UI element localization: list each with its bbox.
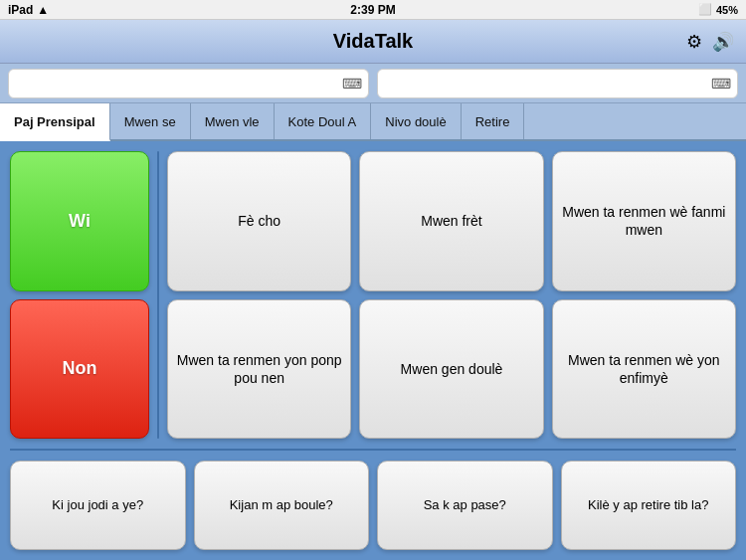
card-wi[interactable]: Wi	[10, 151, 149, 291]
app-title: VidaTalk	[333, 30, 413, 53]
tab-kote-doul-a[interactable]: Kote Doul A	[275, 103, 372, 139]
card-enfimye[interactable]: Mwen ta renmen wè yon enfimyè	[552, 299, 736, 440]
battery-icon: ⬜	[698, 3, 712, 16]
card-kile-tib[interactable]: Kilè y ap retire tib la?	[561, 461, 737, 550]
separator-col-1	[157, 151, 159, 439]
tab-mwen-se[interactable]: Mwen se	[110, 103, 191, 139]
speaker-icon[interactable]: 🔊	[712, 31, 734, 53]
top-section: Wi Non Fè cho Mwen ta renmen yon ponp po…	[10, 151, 736, 439]
card-sa-k-ap-pase[interactable]: Sa k ap pase?	[377, 461, 553, 550]
card-fe-cho[interactable]: Fè cho	[167, 151, 351, 291]
tab-retire[interactable]: Retire	[462, 103, 525, 139]
tab-paj-prensipal[interactable]: Paj Prensipal	[0, 103, 110, 141]
status-bar: iPad ▲ 2:39 PM ⬜ 45%	[0, 0, 746, 20]
card-mwen-ta-ponp[interactable]: Mwen ta renmen yon ponp pou nen	[167, 299, 351, 440]
card-non[interactable]: Non	[10, 299, 149, 440]
col-3: Mwen frèt Mwen gen doulè	[359, 151, 543, 439]
card-kijan-boule[interactable]: Kijan m ap boule?	[194, 461, 370, 550]
status-time: 2:39 PM	[350, 3, 395, 17]
status-left: iPad ▲	[8, 3, 49, 17]
status-right: ⬜ 45%	[698, 3, 738, 16]
title-bar: VidaTalk ⚙ 🔊	[0, 20, 746, 64]
left-col: Wi Non	[10, 151, 149, 439]
settings-icon[interactable]: ⚙	[686, 31, 702, 53]
col-4: Mwen ta renmen wè fanmi mwen Mwen ta ren…	[552, 151, 736, 439]
tab-mwen-vle[interactable]: Mwen vle	[191, 103, 275, 139]
search-bar: ⌨ ⌨	[0, 64, 746, 103]
main-content: Wi Non Fè cho Mwen ta renmen yon ponp po…	[0, 141, 746, 560]
card-mwen-fret[interactable]: Mwen frèt	[359, 151, 543, 291]
card-mwen-gen-doule[interactable]: Mwen gen doulè	[359, 299, 543, 440]
battery-percent: 45%	[716, 4, 738, 16]
keyboard-icon-left: ⌨	[342, 76, 362, 92]
search-input-left[interactable]: ⌨	[8, 69, 369, 98]
card-ki-jou[interactable]: Ki jou jodi a ye?	[10, 461, 186, 550]
title-bar-icons: ⚙ 🔊	[686, 31, 734, 53]
search-input-right[interactable]: ⌨	[377, 69, 738, 98]
tab-nivo-doule[interactable]: Nivo doulè	[371, 103, 461, 139]
col-2: Fè cho Mwen ta renmen yon ponp pou nen	[167, 151, 351, 439]
nav-tabs: Paj Prensipal Mwen se Mwen vle Kote Doul…	[0, 103, 746, 141]
keyboard-icon-right: ⌨	[711, 76, 731, 92]
bottom-row: Ki jou jodi a ye? Kijan m ap boule? Sa k…	[10, 461, 736, 550]
separator-row	[10, 449, 736, 451]
card-fanmi[interactable]: Mwen ta renmen wè fanmi mwen	[552, 151, 736, 291]
ipad-label: iPad	[8, 3, 33, 17]
wifi-icon: ▲	[37, 3, 49, 17]
